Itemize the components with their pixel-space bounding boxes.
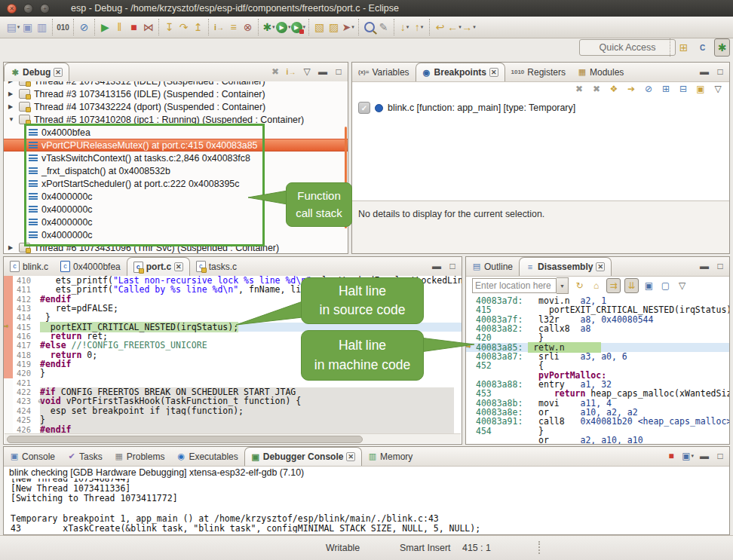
tab-problems[interactable]: ▦Problems	[109, 447, 171, 466]
breakpoint-checkbox[interactable]: ✓	[358, 102, 370, 114]
debug-thread-row[interactable]: ▼Thread #5 1073410208 (ipc1 : Running) (…	[4, 113, 348, 126]
tab-executables[interactable]: ◉Executables	[170, 447, 244, 466]
tab-debug[interactable]: ✱Debug✕	[4, 63, 69, 81]
show-full-frames-button[interactable]: ≡	[226, 19, 241, 35]
new-wizard-button[interactable]: ▤▾	[6, 19, 20, 35]
tab-outline[interactable]: ▤Outline	[466, 257, 519, 276]
tab-blink-c[interactable]: cblink.c	[4, 257, 54, 276]
tab-modules[interactable]: ▦Modules	[572, 63, 630, 81]
mark-occurrences-button[interactable]: ✎	[376, 19, 391, 35]
open-perspective-button[interactable]: ⊞	[676, 39, 691, 56]
debug-thread-row[interactable]: ▶Thread #2 1073413312 (IDLE) (Suspended …	[4, 81, 348, 87]
tab-memory[interactable]: ▥Memory	[362, 447, 419, 466]
open-new-view-button[interactable]: ▢	[659, 279, 672, 292]
close-icon[interactable]: ✕	[489, 68, 498, 77]
minimize-button[interactable]: ▬	[317, 66, 328, 78]
previous-annotation-button[interactable]: ↑▾	[412, 19, 426, 35]
save-all-button[interactable]: ▥	[35, 19, 49, 35]
close-icon[interactable]: ✕	[596, 262, 605, 271]
dropdown-arrow-icon[interactable]: ▾	[421, 24, 424, 30]
terminate-console-button[interactable]: ■	[666, 450, 676, 462]
collapse-all-button[interactable]: ⊟	[678, 83, 689, 95]
close-icon[interactable]: ✕	[346, 452, 355, 461]
sync-active-context-button[interactable]: ⇊	[624, 278, 639, 293]
tab-disassembly[interactable]: ≡Disassembly✕	[519, 257, 612, 276]
maximize-button[interactable]: □	[715, 450, 725, 462]
disassembly-listing[interactable]: 40083a7d: movi.n a2, 1415 portEXIT_CRITI…	[466, 296, 729, 444]
display-selected-console-button[interactable]: ▣▾	[682, 450, 694, 462]
minimize-button[interactable]: ▬	[699, 260, 710, 272]
external-tools-button[interactable]: ➤▾	[341, 19, 355, 35]
debug-thread-row[interactable]: ▶Thread #4 1073432224 (dport) (Suspended…	[4, 100, 348, 113]
tab-tasks[interactable]: ✔Tasks	[61, 447, 109, 466]
maximize-button[interactable]: □	[715, 260, 725, 272]
maximize-button[interactable]: □	[715, 66, 725, 78]
step-over-button[interactable]: ↷	[176, 19, 191, 35]
stack-frame-row[interactable]: 0x4000bfea	[4, 126, 348, 139]
window-maximize-button[interactable]: +	[40, 4, 50, 14]
resume-button[interactable]: ▶	[98, 19, 112, 35]
profile-button[interactable]: ▶▾	[291, 19, 306, 35]
tab-debugger-console[interactable]: ▣Debugger Console✕	[244, 447, 362, 466]
expand-all-button[interactable]: ⊞	[661, 83, 671, 95]
link-with-debug-view-button[interactable]: ▣	[695, 83, 706, 95]
chevron-right-icon[interactable]: ▶	[8, 103, 15, 110]
next-annotation-button[interactable]: ↓▾	[397, 19, 412, 35]
tab-breakpoints[interactable]: ◉Breakpoints✕	[416, 63, 505, 81]
instruction-stepping-mode-button[interactable]: i→	[286, 66, 296, 78]
disconnect-button[interactable]: ⋈	[141, 19, 155, 35]
last-edit-location-button[interactable]: ↩	[433, 19, 447, 35]
stack-frame-row[interactable]: _frxt_dispatch() at 0x4008532b	[4, 164, 348, 177]
open-resource-button[interactable]: ▨	[327, 19, 341, 35]
debug-thread-row[interactable]: ▶Thread #6 1073431096 (Tmr Svc) (Suspend…	[4, 241, 348, 253]
open-type-button[interactable]: ▧	[312, 19, 327, 35]
run-button[interactable]: ▶▾	[276, 19, 291, 35]
skip-all-breakpoints-button[interactable]: ⊘	[77, 19, 91, 35]
home-button[interactable]: ⌂	[590, 279, 603, 292]
tab-console[interactable]: ▣Console	[4, 447, 61, 466]
view-menu-button[interactable]: ▽	[676, 279, 689, 292]
debug-button[interactable]: ✱▾	[262, 19, 276, 35]
chevron-right-icon[interactable]: ▶	[8, 244, 15, 251]
step-return-button[interactable]: ↥	[191, 19, 205, 35]
location-combo[interactable]: Enter location here ▼	[472, 277, 569, 294]
debug-call-stack-tree[interactable]: ▶Thread #2 1073413312 (IDLE) (Suspended …	[4, 81, 348, 253]
show-breakpoints-for-selection-button[interactable]: ❖	[609, 83, 619, 95]
chevron-down-icon[interactable]: ▼	[557, 277, 569, 294]
skip-all-breakpoints-button[interactable]: ⊘	[643, 83, 654, 95]
instruction-stepping-button[interactable]: i→	[212, 19, 226, 35]
scrollbar-thumb[interactable]	[7, 436, 363, 443]
window-minimize-button[interactable]: −	[23, 4, 33, 14]
view-menu-button[interactable]: ▽	[713, 83, 723, 95]
forward-button[interactable]: →▾	[462, 19, 476, 35]
stack-frame-row[interactable]: vPortCPUReleaseMutex() at port.c:415 0x4…	[4, 139, 348, 151]
debug-thread-row[interactable]: ▶Thread #3 1073413156 (IDLE) (Suspended …	[4, 87, 348, 100]
tab-tasks-c[interactable]: ctasks.c	[190, 257, 243, 276]
tab-registers[interactable]: 1010Registers	[505, 63, 572, 81]
console-output[interactable]: [New Thread 1073468744][New Thread 10734…	[5, 479, 728, 533]
close-icon[interactable]: ✕	[54, 68, 63, 77]
save-button[interactable]: ▣	[20, 19, 35, 35]
suspend-button[interactable]: ‖	[112, 19, 127, 35]
terminate-button[interactable]: ■	[127, 19, 141, 35]
stack-frame-row[interactable]: 0x4000000c	[4, 228, 348, 241]
minimize-button[interactable]: ▬	[431, 260, 442, 272]
track-expression-button[interactable]: ⇉	[606, 278, 621, 293]
chevron-down-icon[interactable]: ▼	[8, 116, 15, 123]
minimize-button[interactable]: ▬	[699, 450, 710, 462]
chevron-right-icon[interactable]: ▶	[8, 90, 15, 97]
remove-breakpoint-button[interactable]: ✖	[574, 83, 584, 95]
editor-horizontal-scrollbar[interactable]	[5, 433, 461, 443]
collapse-icon[interactable]: ⊖	[38, 396, 42, 405]
step-into-button[interactable]: ↧	[162, 19, 176, 35]
remove-all-terminated-button[interactable]: ✖	[270, 66, 281, 78]
tab-0x4000bfea[interactable]: c0x4000bfea	[54, 257, 127, 276]
breakpoint-item[interactable]: ✓ blink.c [function: app_main] [type: Te…	[358, 102, 726, 114]
use-step-filters-button[interactable]: ⊗	[241, 19, 255, 35]
remove-all-breakpoints-button[interactable]: ✖	[591, 83, 602, 95]
dropdown-arrow-icon[interactable]: ▾	[351, 24, 354, 30]
dropdown-arrow-icon[interactable]: ▾	[17, 24, 20, 30]
close-icon[interactable]: ✕	[174, 262, 183, 271]
dropdown-arrow-icon[interactable]: ▾	[406, 24, 409, 30]
dropdown-arrow-icon[interactable]: ▾	[473, 24, 476, 30]
